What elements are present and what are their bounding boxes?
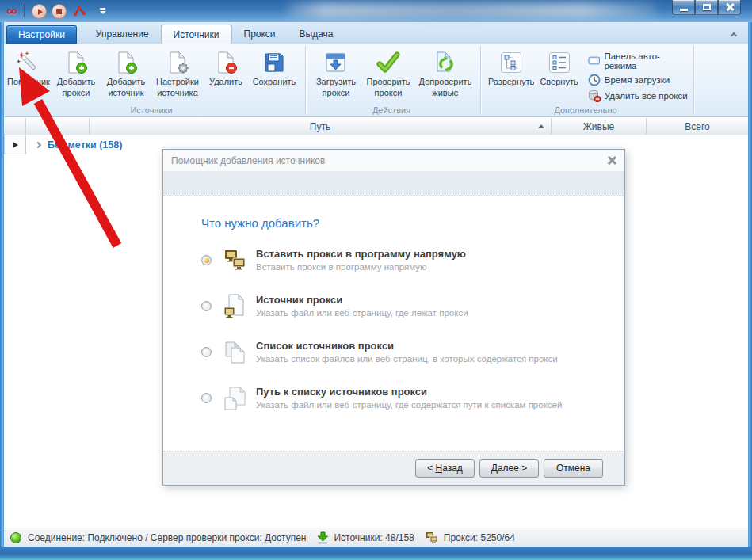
page-remove-icon — [214, 49, 238, 75]
files-path-icon — [222, 386, 249, 411]
delete-all-proxies-button[interactable]: Удалить все прокси — [588, 90, 690, 102]
wizard-titlebar[interactable]: Помощник добавления источников — [163, 150, 624, 171]
ribbon-button-label: Допроверить живые — [415, 77, 475, 99]
option-proxy-source[interactable]: Источник прокси Указать файл или веб-стр… — [201, 294, 609, 326]
ribbon-button-label: Развернуть — [488, 77, 534, 88]
status-connection: Соединение: Подключено / Сервер проверки… — [28, 532, 306, 543]
maximize-button[interactable] — [695, 0, 718, 15]
load-proxies-button[interactable]: Загрузить прокси — [311, 47, 361, 99]
check-proxies-button[interactable]: Проверить прокси — [361, 47, 415, 99]
chevron-up-icon — [731, 32, 737, 38]
file-computer-icon — [222, 294, 249, 319]
grid-header: Путь Живые Всего — [4, 118, 748, 135]
option-subtitle: Указать файл или веб-страницу, где лежат… — [256, 308, 468, 318]
minimize-icon — [680, 9, 688, 11]
start-button[interactable] — [32, 4, 47, 19]
add-source-button[interactable]: Добавить источник — [101, 47, 151, 99]
radio-source-list[interactable] — [201, 347, 212, 357]
source-settings-button[interactable]: Настройки источника — [151, 47, 204, 99]
connection-status-icon — [10, 532, 21, 543]
window-frame-right — [748, 22, 752, 560]
ribbon-group-sources: Помощник Добавить прокси — [1, 44, 305, 116]
option-subtitle: Указать файл или веб-страницу, где содер… — [256, 400, 562, 410]
option-source-list[interactable]: Список источников прокси Указать список … — [201, 340, 609, 371]
column-header-path[interactable]: Путь — [90, 118, 552, 135]
wizard-body: Что нужно добавить? — [163, 196, 624, 417]
ribbon-tab-row: Настройки Управление Источники Прокси Вы… — [1, 22, 751, 44]
minimize-button[interactable] — [672, 0, 695, 15]
wizard-footer: < Назад Далее > Отмена — [163, 451, 624, 485]
column-header-alive[interactable]: Живые — [552, 118, 647, 135]
ribbon-button-label: Загрузить прокси — [311, 77, 361, 99]
collapse-list-icon — [549, 49, 570, 75]
collapse-button[interactable]: Свернуть — [536, 47, 582, 88]
page-add-icon — [114, 49, 138, 75]
tab-proxies[interactable]: Прокси — [232, 25, 288, 44]
radio-source-list-path[interactable] — [201, 393, 212, 403]
auto-mode-panel-button[interactable]: Панель авто-режима — [588, 51, 690, 70]
option-title: Путь к списку источников прокси — [256, 386, 562, 398]
ribbon-button-label: Проверить прокси — [361, 77, 415, 99]
radio-direct-proxies[interactable] — [201, 255, 212, 265]
column-label: Живые — [583, 121, 614, 132]
column-label: Путь — [310, 121, 330, 132]
save-button[interactable]: Сохранить — [248, 47, 300, 88]
wizard-title: Помощник добавления источников — [171, 155, 606, 166]
tab-management[interactable]: Управление — [84, 25, 161, 44]
page-gear-icon — [166, 49, 189, 75]
ribbon-button-label: Сохранить — [253, 77, 296, 88]
back-button[interactable]: < Назад — [415, 459, 475, 478]
column-header-blank[interactable] — [26, 118, 90, 135]
option-direct-proxies[interactable]: Вставить прокси в программу напрямую Вст… — [201, 248, 609, 280]
window-frame-bottom — [0, 547, 752, 560]
column-label: Всего — [685, 121, 709, 132]
database-remove-icon — [588, 90, 601, 102]
stop-button[interactable] — [52, 4, 67, 19]
tab-output[interactable]: Выдача — [288, 25, 345, 44]
sources-download-icon — [317, 531, 329, 544]
cancel-button[interactable]: Отмена — [544, 459, 603, 478]
window-frame-left — [0, 22, 4, 560]
column-header-total[interactable]: Всего — [647, 118, 748, 135]
status-sources: Источники: 48/158 — [334, 532, 414, 543]
download-window-icon — [324, 49, 348, 75]
qat-dropdown-icon[interactable] — [100, 8, 106, 14]
page-refresh-icon — [433, 49, 457, 75]
option-title: Список источников прокси — [256, 340, 558, 352]
app-logo-infinity-icon: ∞ — [6, 1, 17, 21]
next-button[interactable]: Далее > — [479, 459, 539, 478]
add-proxies-button[interactable]: Добавить прокси — [52, 47, 101, 99]
page-add-icon — [64, 49, 88, 75]
delete-button[interactable]: Удалить — [204, 47, 248, 88]
ribbon-collapse-button[interactable] — [727, 29, 740, 40]
ribbon-button-label: Настройки источника — [151, 77, 204, 99]
close-button[interactable] — [718, 0, 741, 15]
status-proxies: Прокси: 5250/64 — [444, 532, 515, 543]
check-icon — [376, 49, 400, 75]
ribbon-group-actions: Загрузить прокси Проверить прокси — [306, 44, 480, 116]
recheck-alive-button[interactable]: Допроверить живые — [415, 47, 475, 99]
titlebar[interactable]: ∞ — [0, 0, 752, 22]
window-title-redacted — [287, 2, 656, 19]
option-source-list-path[interactable]: Путь к списку источников прокси Указать … — [201, 386, 609, 417]
expander-icon[interactable] — [35, 142, 41, 148]
load-time-button[interactable]: Время загрузки — [588, 74, 690, 86]
helper-button[interactable]: Помощник — [6, 47, 52, 88]
clock-icon — [588, 74, 601, 86]
expand-button[interactable]: Развернуть — [486, 47, 536, 88]
option-subtitle: Указать список файлов или веб-страниц, в… — [256, 354, 558, 364]
radio-proxy-source[interactable] — [201, 301, 212, 311]
ribbon-button-label: Помощник — [7, 77, 50, 88]
ribbon-group-label: Дополнительно — [481, 105, 690, 115]
ribbon-button-label: Добавить прокси — [52, 77, 101, 99]
tab-settings[interactable]: Настройки — [6, 25, 77, 44]
graph-nodes-icon[interactable] — [73, 5, 87, 17]
ribbon-group-separator — [693, 46, 694, 114]
tab-sources[interactable]: Источники — [161, 25, 232, 44]
wizard-close-button[interactable] — [606, 155, 616, 166]
option-title: Вставить прокси в программу напрямую — [256, 248, 466, 261]
row-indicator-icon — [13, 142, 18, 148]
expand-tree-icon — [501, 49, 521, 75]
column-header-indicator[interactable] — [4, 118, 26, 135]
panel-icon — [588, 55, 601, 67]
